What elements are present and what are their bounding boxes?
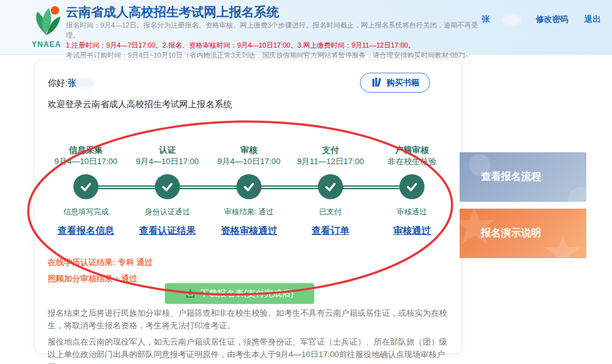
step-review: 审核 9月4—10日17:00 审核结果: 通过 资格审核通过 — [208, 145, 290, 245]
step-status: 信息填写完成 — [45, 207, 127, 217]
view-order-link[interactable]: 查看订单 — [312, 225, 349, 237]
step-status: 审核结果: 通过 — [208, 207, 290, 217]
change-password-link[interactable]: 修改密码 — [536, 14, 568, 24]
check-icon — [73, 174, 98, 199]
step-payment: 支付 9月11—12日17:00 已支付 查看订单 — [290, 145, 371, 245]
view-registration-process-label: 查看报名流程 — [481, 170, 541, 184]
view-registration-process-card[interactable]: ● ● 查看报名流程 — [460, 152, 586, 202]
step-title: 审核 — [208, 145, 290, 156]
step-date: 9月4—10日17:00 — [127, 156, 208, 167]
registration-stepper: 信息采集 9月4—10日17:00 信息填写完成 查看报名信息 认证 9月4—1… — [45, 145, 453, 245]
step-status: 审核通过 — [371, 207, 453, 217]
check-icon — [155, 174, 180, 199]
download-form-button[interactable]: 下载报名表(支付完成后) — [165, 283, 314, 304]
download-icon — [186, 289, 195, 298]
step-date: 非在校生核验 — [371, 156, 453, 167]
step-status: 已支付 — [290, 207, 371, 217]
step-info-collection: 信息采集 9月4—10日17:00 信息填写完成 查看报名信息 — [45, 145, 127, 245]
step-title: 认证 — [127, 145, 208, 156]
logo-text: YNAEA — [21, 40, 71, 49]
step-household-review: 户籍审核 非在校生核验 审核通过 审核通过 — [371, 145, 453, 245]
redacted-greeting-name — [76, 80, 93, 87]
greeting-prefix: 你好: — [48, 78, 68, 88]
bird-logo-icon — [28, 4, 65, 40]
decorative-blob: ● — [564, 164, 586, 202]
notice-paragraph-1: 报名结束之后将进行民族加分审核、户籍筛查和非在校生校验。如考生不具有云南户籍或居… — [48, 307, 451, 332]
review-passed-link[interactable]: 审核通过 — [393, 225, 431, 237]
check-icon — [318, 174, 343, 199]
ynaea-logo: YNAEA — [21, 4, 71, 51]
buy-books-label: 购买书籍 — [387, 77, 419, 88]
greeting-name: 张 — [68, 78, 76, 88]
user-name: 张 — [482, 14, 520, 24]
notice-line-1: 报名时间：9月4—12日。报名分为注册报名、资格审核、网上缴费3个步骤进行。报名… — [66, 20, 480, 40]
site-title: 云南省成人高校招生考试网上报名系统 — [66, 4, 279, 21]
header: YNAEA 云南省成人高校招生考试网上报名系统 报名时间：9月4—12日。报名分… — [0, 0, 612, 55]
bonus-points-result: 照顾加分审核结果：通过 — [48, 273, 137, 284]
decorative-star: ★ — [542, 225, 584, 258]
step-date: 9月4—10日17:00 — [45, 156, 127, 167]
view-registration-info-link[interactable]: 查看报名信息 — [58, 225, 114, 237]
download-form-label: 下载报名表(支付完成后) — [200, 288, 293, 299]
step-date: 9月4—10日17:00 — [208, 156, 290, 167]
check-icon — [236, 174, 261, 199]
registration-demo-card[interactable]: ★ ★ 报名演示说明 — [460, 209, 586, 258]
welcome-text: 欢迎登录云南省成人高校招生考试网上报名系统 — [48, 99, 232, 110]
step-title: 信息采集 — [45, 145, 127, 156]
view-auth-result-link[interactable]: 查看认证结果 — [139, 225, 196, 237]
books-icon — [371, 78, 382, 88]
buy-books-button[interactable]: 购买书籍 — [360, 73, 430, 93]
step-status: 身份认证通过 — [127, 207, 208, 217]
step-title: 户籍审核 — [371, 145, 453, 156]
main-card: 你好:张 购买书籍 欢迎登录云南省成人高校招生考试网上报名系统 信息采集 9月4… — [34, 60, 462, 354]
step-date: 9月11—12日17:00 — [290, 156, 371, 167]
user-links: 张 修改密码 退出 — [468, 14, 601, 25]
notice-paragraph-2: 服役地点在云南的现役军人，如无云南户籍或居住证，须携带身份证、军官证（士兵证）、… — [48, 336, 451, 364]
logout-link[interactable]: 退出 — [584, 14, 601, 24]
redacted-name — [504, 16, 520, 24]
registration-demo-label: 报名演示说明 — [481, 227, 541, 240]
step-title: 支付 — [290, 145, 371, 156]
education-verification-result: 在线学历认证结果: 专科 通过 — [48, 257, 153, 268]
step-authentication: 认证 9月4—10日17:00 身份认证通过 查看认证结果 — [127, 145, 208, 245]
notice-line-2: 1.注册时间：9月4—7日17:00。2.报名、资格审核时间：9月4—10日17… — [66, 40, 480, 50]
page: YNAEA 云南省成人高校招生考试网上报名系统 报名时间：9月4—12日。报名分… — [0, 0, 612, 364]
qualification-passed-link[interactable]: 资格审核通过 — [221, 225, 277, 237]
greeting: 你好:张 — [48, 78, 93, 89]
check-icon — [399, 174, 425, 199]
